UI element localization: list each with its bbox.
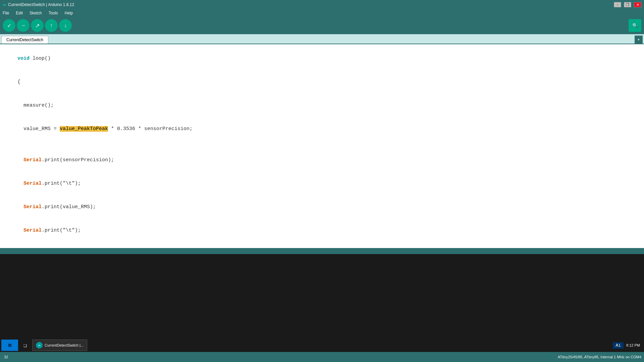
- title-bar-left: ∞ CurrentDetectSwitch | Arduino 1.8.12: [3, 2, 74, 7]
- code-line-2: {: [0, 70, 644, 94]
- code-line-6: Serial.print(sensorPrecision);: [0, 148, 644, 172]
- save-button[interactable]: ↓: [59, 19, 72, 32]
- menu-edit[interactable]: Edit: [14, 10, 24, 16]
- menu-sketch[interactable]: Sketch: [28, 10, 43, 16]
- keyword-serial-3: Serial: [17, 204, 42, 210]
- time-display: 8:12 PM: [626, 343, 640, 347]
- new-button[interactable]: ↗: [31, 19, 44, 32]
- keyword-serial-1: Serial: [17, 157, 42, 163]
- board-info: ATtiny25/45/85, ATtiny85, Internal 1 MHz…: [558, 355, 641, 359]
- system-clock: 8:12 PM: [626, 343, 643, 347]
- title-bar: ∞ CurrentDetectSwitch | Arduino 1.8.12 −…: [0, 0, 644, 9]
- minimize-button[interactable]: −: [614, 2, 621, 7]
- code-line-5: [0, 140, 644, 148]
- open-button[interactable]: ↑: [45, 19, 58, 32]
- highlighted-variable: value_PeakToPeak: [60, 126, 108, 132]
- title-bar-controls: − ❐ ✕: [614, 2, 641, 7]
- window-title: CurrentDetectSwitch | Arduino 1.8.12: [8, 2, 74, 7]
- windows-taskbar: ⊞ ❑ ∞ CurrentDetectSwitch |... Ai 8:12 P…: [0, 339, 644, 352]
- editor-status-strip: [0, 248, 644, 254]
- taskview-icon: ❑: [23, 342, 27, 349]
- code-line-10: Serial.println(value_PeakToPeak);: [0, 242, 644, 248]
- menu-file[interactable]: File: [1, 10, 10, 16]
- code-line-1: void loop(): [0, 47, 644, 70]
- tab-bar: CurrentDetectSwitch ▾: [0, 34, 644, 44]
- code-line-8: Serial.print(value_RMS);: [0, 195, 644, 219]
- restore-button[interactable]: ❐: [624, 2, 631, 7]
- keyword-serial-4: Serial: [17, 228, 42, 233]
- arduino-taskbar-label: CurrentDetectSwitch |...: [45, 343, 84, 347]
- ai-label-button[interactable]: Ai: [613, 342, 624, 349]
- code-line-7: Serial.print("\t");: [0, 172, 644, 195]
- upload-button[interactable]: →: [17, 19, 30, 32]
- code-line-4: value_RMS = value_PeakToPeak * 0.3536 * …: [0, 117, 644, 140]
- keyword-serial-2: Serial: [17, 181, 42, 186]
- toolbar: ✓ → ↗ ↑ ↓ 🔍: [0, 17, 644, 34]
- close-button[interactable]: ✕: [634, 2, 641, 7]
- status-bar: 32 ATtiny25/45/85, ATtiny85, Internal 1 …: [0, 352, 644, 362]
- keyword-void: void: [17, 56, 30, 61]
- app-logo: ∞: [3, 2, 6, 7]
- verify-button[interactable]: ✓: [3, 19, 15, 32]
- menu-bar: File Edit Sketch Tools Help: [0, 9, 644, 17]
- taskview-button[interactable]: ❑: [19, 340, 31, 351]
- menu-help[interactable]: Help: [63, 10, 74, 16]
- code-line-9: Serial.print("\t");: [0, 219, 644, 242]
- code-editor[interactable]: void loop() { measure(); value_RMS = val…: [0, 44, 644, 248]
- tab-scroll-button[interactable]: ▾: [635, 36, 643, 44]
- serial-monitor-button[interactable]: 🔍: [629, 19, 641, 32]
- arduino-taskbar-icon: ∞: [36, 342, 43, 349]
- editor-tab[interactable]: CurrentDetectSwitch: [1, 36, 48, 44]
- line-number: 32: [4, 355, 8, 359]
- code-line-3: measure();: [0, 94, 644, 117]
- tab-label: CurrentDetectSwitch: [6, 38, 43, 42]
- arduino-taskbar-item[interactable]: ∞ CurrentDetectSwitch |...: [32, 340, 87, 351]
- menu-tools[interactable]: Tools: [47, 10, 59, 16]
- start-icon: ⊞: [8, 342, 11, 349]
- start-button[interactable]: ⊞: [1, 340, 18, 351]
